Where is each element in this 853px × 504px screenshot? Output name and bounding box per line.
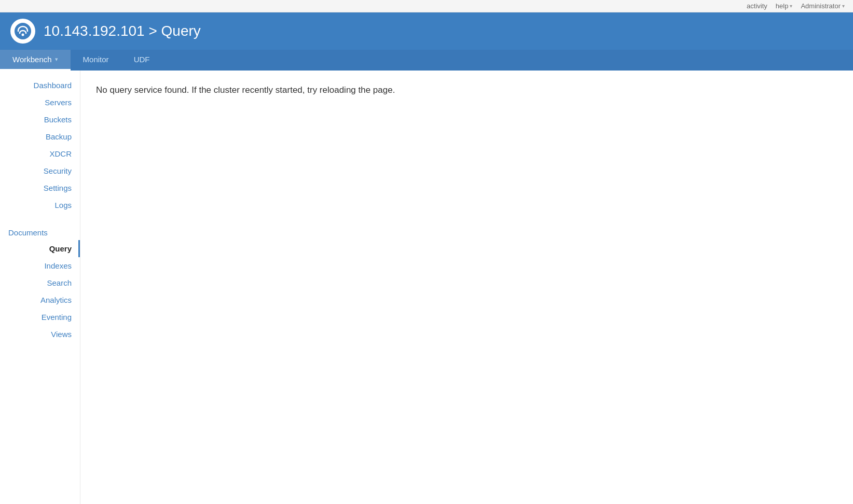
main-content: No query service found. If the cluster r…	[80, 71, 853, 504]
sidebar-item-search[interactable]: Search	[0, 274, 80, 291]
svg-point-1	[22, 34, 24, 36]
admin-chevron-icon: ▾	[842, 3, 845, 9]
layout: Dashboard Servers Buckets Backup XDCR Se…	[0, 71, 853, 504]
nav-bar: Workbench ▾ Monitor UDF	[0, 50, 853, 71]
sidebar-item-logs[interactable]: Logs	[0, 197, 80, 214]
logo-icon	[15, 23, 31, 39]
sidebar: Dashboard Servers Buckets Backup XDCR Se…	[0, 71, 80, 504]
help-label: help	[776, 2, 789, 10]
activity-link[interactable]: activity	[747, 2, 767, 10]
sidebar-section-documents: Documents	[0, 223, 80, 240]
sidebar-item-backup[interactable]: Backup	[0, 128, 80, 145]
sidebar-item-xdcr[interactable]: XDCR	[0, 145, 80, 162]
sidebar-item-eventing[interactable]: Eventing	[0, 309, 80, 326]
nav-udf-label: UDF	[134, 55, 150, 64]
nav-monitor-label: Monitor	[83, 55, 109, 64]
help-chevron-icon: ▾	[790, 3, 792, 9]
page-title: 10.143.192.101 > Query	[44, 23, 201, 39]
sidebar-item-analytics[interactable]: Analytics	[0, 291, 80, 309]
sidebar-divider	[0, 214, 80, 223]
sidebar-item-servers[interactable]: Servers	[0, 94, 80, 111]
nav-workbench[interactable]: Workbench ▾	[0, 50, 71, 71]
sidebar-item-security[interactable]: Security	[0, 162, 80, 179]
sidebar-item-query[interactable]: Query	[0, 240, 80, 257]
nav-workbench-label: Workbench	[12, 55, 52, 64]
sidebar-item-views[interactable]: Views	[0, 326, 80, 343]
logo	[10, 19, 35, 44]
sidebar-item-settings[interactable]: Settings	[0, 179, 80, 197]
help-dropdown[interactable]: help ▾	[776, 2, 793, 10]
admin-dropdown[interactable]: Administrator ▾	[801, 2, 845, 10]
header: 10.143.192.101 > Query	[0, 12, 853, 50]
sidebar-item-dashboard[interactable]: Dashboard	[0, 77, 80, 94]
no-service-message: No query service found. If the cluster r…	[96, 85, 837, 95]
sidebar-item-indexes[interactable]: Indexes	[0, 257, 80, 274]
nav-udf[interactable]: UDF	[121, 50, 162, 71]
admin-label: Administrator	[801, 2, 841, 10]
top-bar: activity help ▾ Administrator ▾	[0, 0, 853, 12]
sidebar-item-buckets[interactable]: Buckets	[0, 111, 80, 128]
nav-workbench-chevron-icon: ▾	[55, 56, 58, 63]
nav-monitor[interactable]: Monitor	[71, 50, 121, 71]
